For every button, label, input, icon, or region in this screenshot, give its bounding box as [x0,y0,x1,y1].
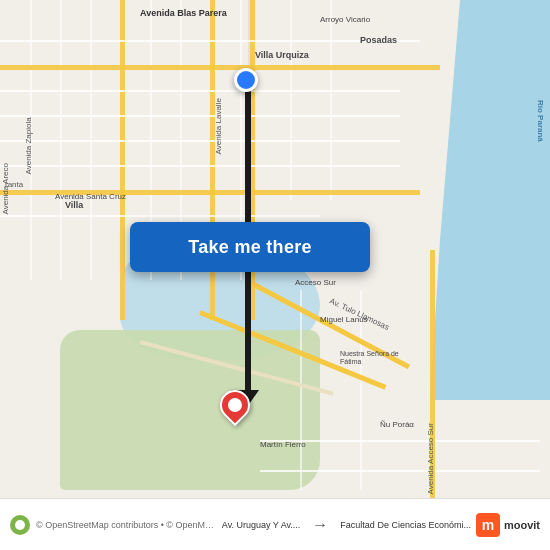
label-martin-fierro: Martín Fierro [260,440,306,449]
arrow-icon: → [304,516,336,534]
street-h-1 [0,40,420,42]
moovit-text: moovit [504,519,540,531]
moovit-m-icon: m [476,513,500,537]
take-me-there-button[interactable]: Take me there [130,222,370,272]
label-villa-urquiza: Villa Urquiza [255,50,309,60]
take-me-there-label: Take me there [188,237,312,258]
label-tranta: ranta [5,180,23,189]
attribution-text: © OpenStreetMap contributors • © OpenMap… [36,520,216,530]
street-v-10 [290,0,292,200]
street-avenida-zapiola [210,0,215,320]
moovit-logo: m moovit [476,513,540,537]
osm-logo [10,515,30,535]
street-nu-pora [260,470,540,472]
bottom-left-section: © OpenStreetMap contributors • © OpenMap… [10,515,222,535]
label-blas-parera: Avenida Blas Parera [140,8,227,18]
label-nu-pora: Ñu Poráα [380,420,414,429]
label-arroyo-vicario: Arroyo Vicario [320,15,370,24]
label-avenida-acceso-sur-bottom: Avenida Acceso Sur [426,423,435,494]
street-blas-parera [0,65,440,70]
origin-marker [234,68,258,92]
street-h-3 [0,90,400,92]
street-h-4 [0,115,400,117]
label-posadas: Posadas [360,35,397,45]
osm-logo-inner [15,520,25,530]
bottom-bar: © OpenStreetMap contributors • © OpenMap… [0,498,550,550]
street-h-8 [0,215,320,217]
label-avenida-lavalle: Avenida Lavalle [214,98,223,154]
label-villa: Villa [65,200,83,210]
label-rio-parana: Río Paraná [536,100,545,142]
label-santa-cruz: Avenida Santa Cruz [55,192,126,201]
street-h-6 [0,165,400,167]
destination-text: Facultad De Ciencias Económi... [340,520,471,530]
street-v-11 [330,0,332,200]
label-acceso-sur: Acceso Sur [295,278,336,287]
label-nuestra-senora: Nuestra Señora de Fátima [340,350,420,367]
street-h-5 [0,140,400,142]
label-avenida-zapiola: Avenida Zapiola [24,117,33,174]
street-v-right-1 [300,290,302,490]
origin-text: Av. Uruguay Y Av.... [222,520,301,530]
street-avenida-areco [120,0,125,320]
route-section: Av. Uruguay Y Av.... → Facultad De Cienc… [222,516,476,534]
map-container: Avenida Blas Parera Villa Urquiza Arroyo… [0,0,550,550]
destination-marker [220,390,250,426]
